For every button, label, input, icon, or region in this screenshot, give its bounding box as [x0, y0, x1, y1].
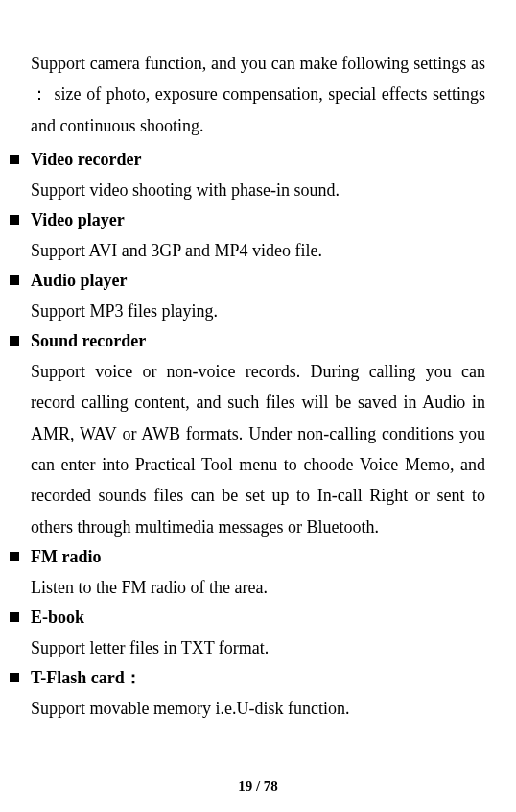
list-item: E-book Support letter files in TXT forma… [31, 603, 485, 663]
item-body: Support letter files in TXT format. [31, 633, 485, 663]
list-item: T-Flash card： Support movable memory i.e… [31, 663, 485, 724]
feature-list: Video recorder Support video shooting wi… [31, 145, 485, 724]
item-body: Support video shooting with phase-in sou… [31, 175, 485, 205]
item-heading: Sound recorder [31, 326, 485, 356]
list-item: Video recorder Support video shooting wi… [31, 145, 485, 205]
item-body: Support voice or non-voice records. Duri… [31, 356, 485, 542]
item-heading: Audio player [31, 266, 485, 296]
list-item: Sound recorder Support voice or non-voic… [31, 326, 485, 542]
list-item: Video player Support AVI and 3GP and MP4… [31, 205, 485, 266]
intro-paragraph: Support camera function, and you can mak… [31, 48, 485, 141]
item-heading: Video recorder [31, 145, 485, 175]
bullet-icon [10, 673, 19, 682]
item-body: Listen to the FM radio of the area. [31, 572, 485, 603]
item-body: Support movable memory i.e.U-disk functi… [31, 693, 485, 724]
bullet-icon [10, 215, 19, 225]
bullet-icon [10, 552, 19, 561]
item-heading: E-book [31, 603, 485, 633]
bullet-icon [10, 612, 19, 622]
page-current: 19 [238, 778, 252, 794]
item-body: Support MP3 files playing. [31, 296, 485, 326]
item-heading: FM radio [31, 542, 485, 572]
list-item: Audio player Support MP3 files playing. [31, 266, 485, 326]
bullet-icon [10, 336, 19, 346]
bullet-icon [10, 275, 19, 285]
page-total: 78 [264, 778, 278, 794]
list-item: FM radio Listen to the FM radio of the a… [31, 542, 485, 603]
page-number: 19 / 78 [0, 778, 516, 795]
item-heading: T-Flash card： [31, 663, 485, 693]
item-body: Support AVI and 3GP and MP4 video file. [31, 235, 485, 266]
bullet-icon [10, 155, 19, 164]
page-separator: / [252, 778, 264, 794]
item-heading: Video player [31, 205, 485, 235]
